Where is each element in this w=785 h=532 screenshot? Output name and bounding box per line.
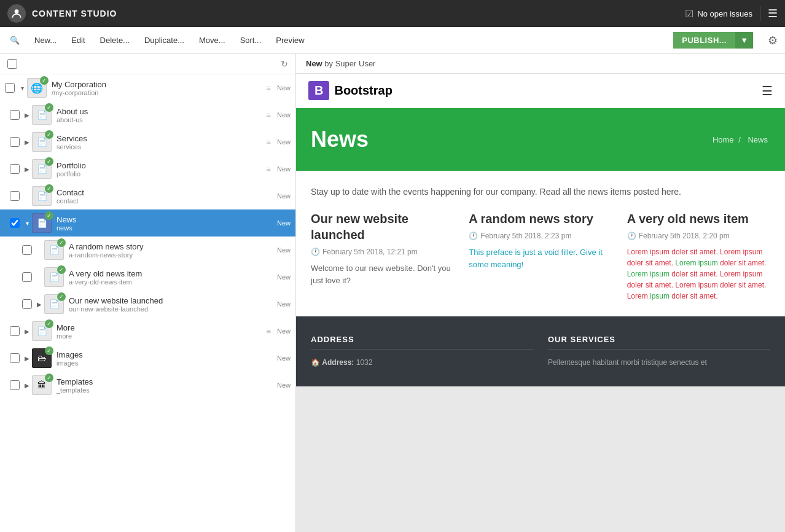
issues-indicator[interactable]: ☑ No open issues <box>685 8 752 20</box>
tree-item-services[interactable]: ▶ 📄 ✓ Services services ≡ New <box>0 128 295 155</box>
settings-icon[interactable]: ⚙ <box>768 34 778 47</box>
item-check-news[interactable] <box>10 218 20 228</box>
tree-item-templates[interactable]: ▶ 🏛 ✓ Templates _templates New <box>0 372 295 399</box>
item-check-templates[interactable] <box>10 380 20 390</box>
move-button[interactable]: Move... <box>197 33 228 47</box>
news-card-0: Our new website launched 🕐 February 5th … <box>311 211 454 302</box>
item-icon-my-corporation: 🌐 ✓ <box>27 78 47 98</box>
item-icon-more: 📄 ✓ <box>32 321 52 341</box>
bs-navbar: B Bootstrap ☰ <box>296 74 785 108</box>
item-check-new-website[interactable] <box>22 299 32 309</box>
breadcrumb-home[interactable]: Home <box>713 135 734 144</box>
bs-hero: News Home / News <box>296 108 785 171</box>
edit-button[interactable]: Edit <box>69 33 87 47</box>
item-name-news: News <box>57 215 275 224</box>
duplicate-button[interactable]: Duplicate... <box>142 33 187 47</box>
item-icon-old-news: 📄 ✓ <box>44 267 64 287</box>
drag-handle-my-corporation[interactable]: ≡ <box>266 84 271 93</box>
expand-news[interactable]: ▾ <box>22 220 32 227</box>
tree-item-new-website[interactable]: ▶ 📄 ✓ Our new website launched our-new-w… <box>0 291 295 318</box>
badge-more: New <box>277 327 291 335</box>
expand-services[interactable]: ▶ <box>22 139 32 146</box>
card-date-text-1: February 5th 2018, 2:23 pm <box>480 232 571 240</box>
item-check-services[interactable] <box>10 137 20 147</box>
drag-handle-about-us[interactable]: ≡ <box>266 111 271 120</box>
item-check-about-us[interactable] <box>10 110 20 120</box>
expand-about-us[interactable]: ▶ <box>22 112 32 119</box>
breadcrumb-sep: / <box>738 135 741 144</box>
preview-button[interactable]: Preview <box>273 33 307 47</box>
bs-hamburger-icon[interactable]: ☰ <box>762 84 773 98</box>
publish-dropdown-button[interactable]: ▼ <box>735 32 753 49</box>
item-icon-new-website: 📄 ✓ <box>44 294 64 314</box>
delete-button[interactable]: Delete... <box>98 33 132 47</box>
tree-item-more[interactable]: ▶ 📄 ✓ More more ≡ New <box>0 318 295 345</box>
tree-item-images[interactable]: ▶ 🗁 ✓ Images images New <box>0 345 295 372</box>
item-slug-services: services <box>57 143 262 151</box>
item-check-random-news[interactable] <box>22 245 32 255</box>
content-intro: Stay up to date with the events happenin… <box>311 186 770 198</box>
expand-portfolio[interactable]: ▶ <box>22 166 32 173</box>
refresh-icon[interactable]: ↻ <box>281 59 288 69</box>
status-check-about-us: ✓ <box>45 103 53 112</box>
expand-more[interactable]: ▶ <box>22 328 32 335</box>
tree-item-my-corporation[interactable]: ▾ 🌐 ✓ My Corporation /my-corporation ≡ N… <box>0 74 295 101</box>
status-check-portfolio: ✓ <box>45 157 53 166</box>
content-tree-sidebar: ↻ ▾ 🌐 ✓ My Corporation /my-corporation ≡… <box>0 54 296 532</box>
new-button[interactable]: New... <box>32 33 59 47</box>
item-check-contact[interactable] <box>10 191 20 201</box>
sidebar-header: ↻ <box>0 54 295 74</box>
hamburger-icon[interactable]: ☰ <box>768 7 778 20</box>
drag-handle-more[interactable]: ≡ <box>266 327 271 336</box>
tree-item-contact[interactable]: ▶ 📄 ✓ Contact contact New <box>0 182 295 209</box>
sort-button[interactable]: Sort... <box>238 33 264 47</box>
footer-address-title: ADDRESS <box>311 335 533 350</box>
tree-item-portfolio[interactable]: ▶ 📄 ✓ Portfolio portfolio ≡ New <box>0 155 295 182</box>
card-date-text-2: February 5th 2018, 2:20 pm <box>639 232 730 240</box>
status-check-contact: ✓ <box>45 184 53 193</box>
expand-images[interactable]: ▶ <box>22 355 32 362</box>
item-name-services: Services <box>57 134 262 143</box>
badge-services: New <box>277 138 291 146</box>
card-title-1: A random news story <box>469 211 612 227</box>
badge-new-website: New <box>277 300 291 308</box>
search-button[interactable]: 🔍 <box>7 33 22 47</box>
tree-item-old-news[interactable]: ▶ 📄 ✓ A very old news item a-very-old-ne… <box>0 264 295 291</box>
tree-item-news[interactable]: ▾ 📄 ✓ News news New <box>0 209 295 237</box>
expand-new-website[interactable]: ▶ <box>34 301 44 308</box>
item-check-images[interactable] <box>10 353 20 363</box>
publish-group: PUBLISH... ▼ <box>673 32 753 49</box>
drag-handle-services[interactable]: ≡ <box>266 138 271 147</box>
item-text-services: Services services <box>57 134 262 151</box>
brand-name: Bootstrap <box>334 84 392 98</box>
item-icon-news: 📄 ✓ <box>32 213 52 233</box>
main-toolbar: 🔍 New... Edit Delete... Duplicate... Mov… <box>0 27 785 54</box>
tree-item-random-news[interactable]: ▶ 📄 ✓ A random news story a-random-news-… <box>0 237 295 264</box>
preview-frame: B Bootstrap ☰ News Home / News Stay up t… <box>296 74 785 386</box>
select-all-checkbox[interactable] <box>7 59 17 69</box>
item-text-my-corporation: My Corporation /my-corporation <box>52 80 262 96</box>
brand-letter: B <box>314 84 323 97</box>
status-check-my-corporation: ✓ <box>40 76 49 85</box>
item-check-portfolio[interactable] <box>10 164 20 174</box>
status-check-more: ✓ <box>45 319 53 328</box>
tree-item-about-us[interactable]: ▶ 📄 ✓ About us about-us ≡ New <box>0 101 295 128</box>
top-navbar: CONTENT STUDIO ☑ No open issues ☰ <box>0 0 785 27</box>
item-name-templates: Templates <box>57 377 275 386</box>
item-text-about-us: About us about-us <box>57 107 262 123</box>
item-check-more[interactable] <box>10 326 20 336</box>
item-slug-new-website: our-new-website-launched <box>69 305 275 313</box>
item-check-my-corporation[interactable] <box>5 83 15 93</box>
status-check-news: ✓ <box>45 211 53 220</box>
card-date-2: 🕐 February 5th 2018, 2:20 pm <box>627 232 770 240</box>
bs-brand-box: B <box>308 81 329 100</box>
publish-button[interactable]: PUBLISH... <box>673 32 735 49</box>
clock-icon-0: 🕐 <box>311 248 320 256</box>
expand-my-corporation[interactable]: ▾ <box>17 85 27 92</box>
item-check-old-news[interactable] <box>22 272 32 282</box>
item-text-contact: Contact contact <box>57 188 275 205</box>
drag-handle-portfolio[interactable]: ≡ <box>266 165 271 174</box>
item-icon-images: 🗁 ✓ <box>32 348 52 368</box>
expand-templates[interactable]: ▶ <box>22 382 32 389</box>
status-check-templates: ✓ <box>45 374 53 382</box>
